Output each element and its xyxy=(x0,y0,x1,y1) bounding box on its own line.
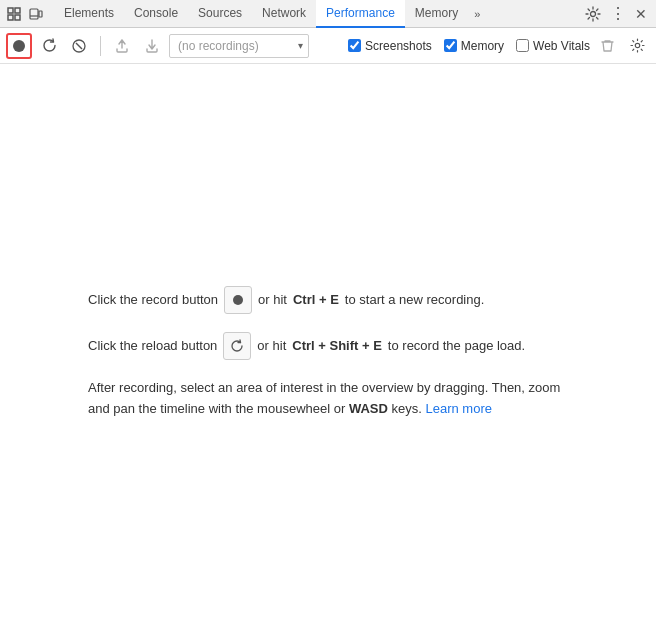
record-instruction: Click the record button or hit Ctrl + E … xyxy=(88,286,568,314)
capture-settings-button[interactable] xyxy=(624,33,650,59)
devtools-mode-icons xyxy=(4,4,46,24)
screenshots-checkbox[interactable] xyxy=(348,39,361,52)
performance-toolbar: (no recordings) ▾ Screenshots Memory Web… xyxy=(0,28,656,64)
svg-rect-1 xyxy=(15,8,20,13)
delete-recording-button[interactable] xyxy=(594,33,620,59)
ctrl-e-shortcut: Ctrl + E xyxy=(293,292,339,307)
memory-checkbox[interactable] xyxy=(444,39,457,52)
svg-rect-2 xyxy=(8,15,13,20)
main-content-area: Click the record button or hit Ctrl + E … xyxy=(0,64,656,641)
reload-button-inline-icon xyxy=(223,332,251,360)
svg-rect-0 xyxy=(8,8,13,13)
tab-elements[interactable]: Elements xyxy=(54,0,124,28)
learn-more-link[interactable]: Learn more xyxy=(425,401,491,416)
tab-performance[interactable]: Performance xyxy=(316,0,405,28)
wasd-keys: WASD xyxy=(349,401,388,416)
recordings-select[interactable]: (no recordings) xyxy=(169,34,309,58)
instructions-container: Click the record button or hit Ctrl + E … xyxy=(88,286,568,420)
devtools-close-button[interactable]: ✕ xyxy=(630,3,652,25)
reload-instruction: Click the reload button or hit Ctrl + Sh… xyxy=(88,332,568,360)
svg-point-7 xyxy=(591,11,596,16)
devtools-settings-button[interactable] xyxy=(582,3,604,25)
svg-rect-3 xyxy=(15,15,20,20)
devtools-header-actions: ⋮ ✕ xyxy=(582,3,652,25)
stop-recording-button[interactable] xyxy=(66,33,92,59)
svg-rect-4 xyxy=(30,9,38,19)
recordings-dropdown-wrapper[interactable]: (no recordings) ▾ xyxy=(169,34,309,58)
web-vitals-checkbox[interactable] xyxy=(516,39,529,52)
svg-line-10 xyxy=(76,43,82,49)
inspect-element-button[interactable] xyxy=(4,4,24,24)
tab-memory[interactable]: Memory xyxy=(405,0,468,28)
ctrl-shift-e-shortcut: Ctrl + Shift + E xyxy=(292,338,382,353)
upload-profile-button[interactable] xyxy=(109,33,135,59)
svg-point-8 xyxy=(13,40,25,52)
device-toolbar-button[interactable] xyxy=(26,4,46,24)
web-vitals-checkbox-label[interactable]: Web Vitals xyxy=(516,39,590,53)
more-tabs-button[interactable]: » xyxy=(468,0,486,28)
reload-profile-button[interactable] xyxy=(36,33,62,59)
tab-bar: Elements Console Sources Network Perform… xyxy=(0,0,656,28)
record-button-inline-icon xyxy=(224,286,252,314)
devtools-more-button[interactable]: ⋮ xyxy=(606,3,628,25)
toolbar-divider-1 xyxy=(100,36,101,56)
tab-network[interactable]: Network xyxy=(252,0,316,28)
svg-point-12 xyxy=(233,295,243,305)
overview-note: After recording, select an area of inter… xyxy=(88,378,568,420)
screenshots-checkbox-label[interactable]: Screenshots xyxy=(348,39,432,53)
capture-options: Screenshots Memory Web Vitals xyxy=(348,39,590,53)
svg-point-11 xyxy=(635,43,639,47)
record-button[interactable] xyxy=(6,33,32,59)
svg-rect-5 xyxy=(39,11,42,17)
memory-checkbox-label[interactable]: Memory xyxy=(444,39,504,53)
download-profile-button[interactable] xyxy=(139,33,165,59)
tab-console[interactable]: Console xyxy=(124,0,188,28)
tab-sources[interactable]: Sources xyxy=(188,0,252,28)
